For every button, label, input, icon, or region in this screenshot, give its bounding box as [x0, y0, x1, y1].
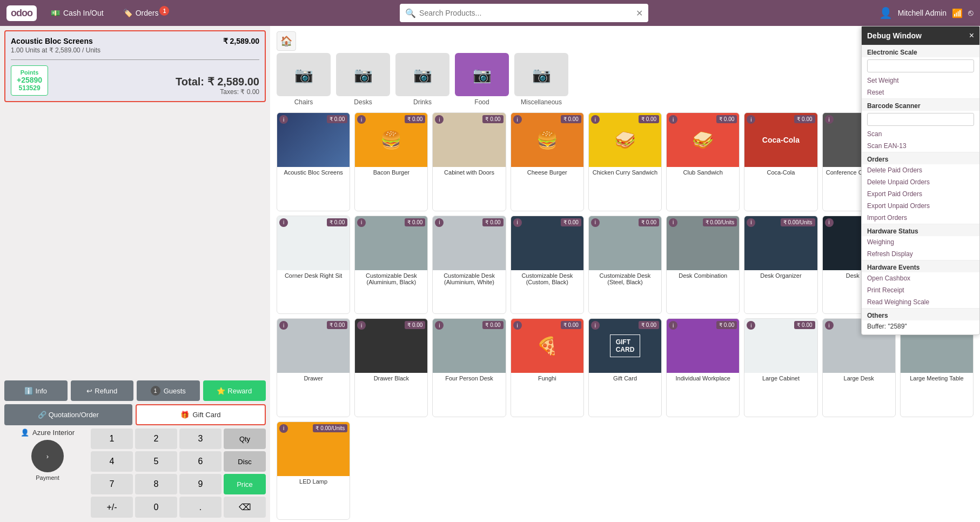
- product-card[interactable]: i₹ 0.00🍔Cheese Burger: [511, 112, 584, 211]
- numpad-key-6[interactable]: 6: [179, 451, 221, 472]
- print-receipt-link[interactable]: Print Receipt: [862, 284, 979, 296]
- clear-search-icon[interactable]: ✕: [636, 8, 643, 18]
- product-info-icon[interactable]: i: [513, 218, 522, 227]
- product-info-icon[interactable]: i: [669, 218, 677, 227]
- numpad-key-3[interactable]: 3: [179, 429, 221, 449]
- guests-button[interactable]: 1 Guests: [137, 380, 200, 401]
- product-info-icon[interactable]: i: [669, 321, 677, 330]
- product-info-icon[interactable]: i: [825, 115, 834, 124]
- product-card[interactable]: i₹ 0.00🥪Chicken Curry Sandwich: [588, 112, 662, 211]
- delete-paid-link[interactable]: Delete Paid Orders: [862, 164, 979, 176]
- product-info-icon[interactable]: i: [591, 115, 600, 124]
- product-card[interactable]: i₹ 0.00Customizable Desk (Steel, Black): [588, 216, 662, 314]
- product-card[interactable]: i₹ 0.00🍕Funghi: [511, 318, 584, 417]
- import-orders-link[interactable]: Import Orders: [862, 212, 979, 224]
- numpad-key-1[interactable]: 1: [91, 429, 133, 449]
- debug-close-button[interactable]: ×: [969, 31, 974, 41]
- product-card[interactable]: i₹ 0.00/UnitsDesk Combination: [666, 216, 740, 314]
- search-icon: 🔍: [405, 8, 416, 18]
- product-card[interactable]: i₹ 0.00Large Cabinet: [744, 318, 817, 417]
- reset-link[interactable]: Reset: [862, 86, 979, 98]
- scan-link[interactable]: Scan: [862, 128, 979, 140]
- product-card[interactable]: i₹ 0.00Drawer: [277, 318, 350, 417]
- product-info-icon[interactable]: i: [279, 115, 288, 124]
- refund-button[interactable]: ↩ Refund: [71, 380, 134, 401]
- product-info-icon[interactable]: i: [825, 321, 834, 330]
- customer-row[interactable]: 👤 Azure Interior: [4, 429, 91, 437]
- numpad-key-7[interactable]: 7: [91, 474, 133, 494]
- numpad-key-[interactable]: .: [179, 497, 221, 518]
- info-button[interactable]: ℹ️ Info: [4, 380, 68, 401]
- product-card[interactable]: i₹ 0.00Customizable Desk (Aluminium, Bla…: [354, 216, 428, 314]
- total-section: Total: ₹ 2,589.00 Taxes: ₹ 0.00: [176, 75, 259, 96]
- numpad-key-[interactable]: ⌫: [224, 497, 266, 518]
- numpad-key-4[interactable]: 4: [91, 451, 133, 472]
- product-card[interactable]: i₹ 0.00Coca-ColaCoca-Cola: [744, 112, 817, 211]
- export-paid-link[interactable]: Export Paid Orders: [862, 188, 979, 200]
- product-info-icon[interactable]: i: [513, 115, 522, 124]
- product-card[interactable]: i₹ 0.00/UnitsDesk Organizer: [744, 216, 817, 314]
- scan-ean13-link[interactable]: Scan EAN-13: [862, 140, 979, 152]
- product-card[interactable]: i₹ 0.00Customizable Desk (Custom, Black): [511, 216, 584, 314]
- product-card[interactable]: i₹ 0.00Individual Workplace: [666, 318, 740, 417]
- product-card[interactable]: i₹ 0.00GIFTCARDGift Card: [588, 318, 662, 417]
- product-card[interactable]: i₹ 0.00/UnitsLED Lamp: [277, 421, 350, 520]
- orders-button[interactable]: 🏷️ Orders: [118, 5, 164, 21]
- product-card[interactable]: i₹ 0.00Acoustic Bloc Screens: [277, 112, 350, 211]
- product-info-icon[interactable]: i: [825, 218, 834, 227]
- search-input[interactable]: [419, 9, 636, 17]
- barcode-scanner-input[interactable]: [867, 113, 974, 126]
- payment-button[interactable]: ›: [31, 440, 64, 472]
- product-name: Cheese Burger: [511, 167, 583, 184]
- product-info-icon[interactable]: i: [591, 321, 600, 330]
- product-price-badge: ₹ 0.00: [482, 115, 503, 123]
- category-drinks[interactable]: 📷Drinks: [395, 53, 449, 106]
- refresh-display-link[interactable]: Refresh Display: [862, 248, 979, 260]
- product-price-badge: ₹ 0.00: [639, 218, 659, 226]
- read-weighing-link[interactable]: Read Weighing Scale: [862, 296, 979, 308]
- product-info-icon[interactable]: i: [279, 424, 288, 433]
- product-card[interactable]: i₹ 0.00Corner Desk Right Sit: [277, 216, 350, 314]
- delete-unpaid-link[interactable]: Delete Unpaid Orders: [862, 176, 979, 188]
- numpad-key-[interactable]: +/-: [91, 497, 133, 518]
- product-info-icon[interactable]: i: [435, 218, 444, 227]
- product-info-icon[interactable]: i: [357, 218, 366, 227]
- product-info-icon[interactable]: i: [279, 218, 288, 227]
- numpad-key-9[interactable]: 9: [179, 474, 221, 494]
- product-card[interactable]: i₹ 0.00Drawer Black: [354, 318, 428, 417]
- giftcard-button[interactable]: 🎁 Gift Card: [136, 404, 266, 425]
- open-cashbox-link[interactable]: Open Cashbox: [862, 272, 979, 284]
- numpad-key-0[interactable]: 0: [135, 497, 177, 518]
- product-info-icon[interactable]: i: [279, 321, 288, 330]
- numpad-key-2[interactable]: 2: [135, 429, 177, 449]
- product-card[interactable]: i₹ 0.00Cabinet with Doors: [432, 112, 506, 211]
- category-miscellaneous[interactable]: 📷Miscellaneous: [514, 53, 568, 106]
- electronic-scale-input[interactable]: [867, 59, 974, 72]
- product-card[interactable]: i₹ 0.00🥪Club Sandwich: [666, 112, 740, 211]
- reward-button[interactable]: ⭐ Reward: [203, 380, 266, 401]
- close-icon[interactable]: ⎋: [968, 8, 974, 18]
- numpad-key-Qty[interactable]: Qty: [224, 429, 266, 449]
- category-desks[interactable]: 📷Desks: [336, 53, 390, 106]
- order-item-detail: 1.00 Units at ₹ 2,589.00 / Units: [11, 46, 259, 54]
- weighing-link[interactable]: Weighing: [862, 236, 979, 248]
- set-weight-link[interactable]: Set Weight: [862, 75, 979, 86]
- numpad-key-8[interactable]: 8: [135, 474, 177, 494]
- product-card[interactable]: i₹ 0.00Four Person Desk: [432, 318, 506, 417]
- product-price-badge: ₹ 0.00: [482, 321, 503, 329]
- quotation-button[interactable]: 🔗 Quotation/Order: [4, 404, 132, 425]
- product-info-icon[interactable]: i: [669, 115, 677, 124]
- export-unpaid-link[interactable]: Export Unpaid Orders: [862, 200, 979, 212]
- product-card[interactable]: i₹ 0.00Customizable Desk (Aluminium, Whi…: [432, 216, 506, 314]
- category-chairs[interactable]: 📷Chairs: [277, 53, 331, 106]
- product-card[interactable]: i₹ 0.00🍔Bacon Burger: [354, 112, 428, 211]
- home-button[interactable]: 🏠: [277, 31, 296, 51]
- cash-inout-button[interactable]: 💵 Cash In/Out: [45, 5, 109, 21]
- category-food[interactable]: 📷Food: [455, 53, 509, 106]
- product-info-icon[interactable]: i: [591, 218, 600, 227]
- numpad-key-Price[interactable]: Price: [224, 474, 266, 494]
- product-info-icon[interactable]: i: [747, 218, 755, 227]
- product-info-icon[interactable]: i: [513, 321, 522, 330]
- numpad-key-5[interactable]: 5: [135, 451, 177, 472]
- numpad-key-Disc[interactable]: Disc: [224, 451, 266, 472]
